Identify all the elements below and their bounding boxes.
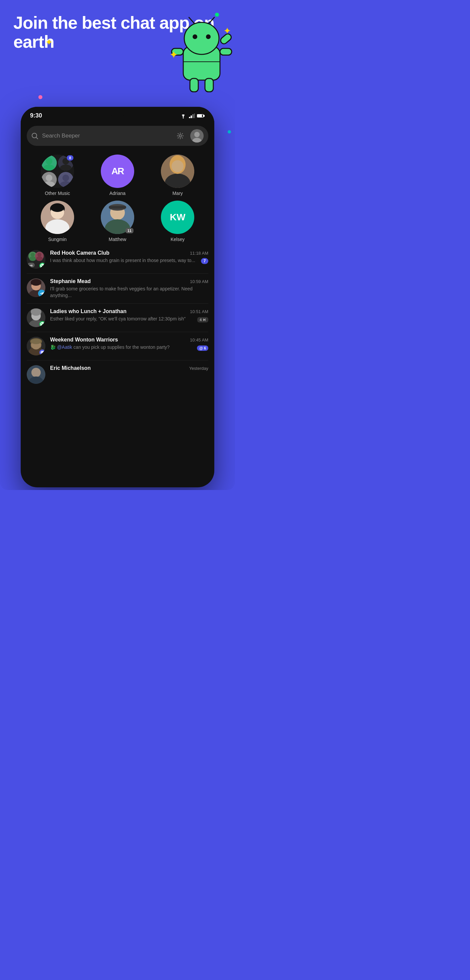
telegram-icon-stephanie [38, 290, 45, 297]
svg-rect-19 [204, 115, 205, 117]
wonton-preview: 🐉 @Aatik can you pick up supplies for th… [50, 344, 194, 351]
ladies-lunch-avatar [27, 309, 45, 327]
settings-icon[interactable] [174, 130, 186, 142]
stephanie-header: Stephanie Mead 10:59 AM [50, 278, 208, 285]
svg-rect-8 [190, 78, 198, 92]
chat-item-ladies-lunch[interactable]: Ladies who Lunch + Jonathan 10:51 AM Est… [27, 304, 208, 332]
svg-text:+8: +8 [29, 264, 33, 267]
eric-content: Eric Michaelson Yesterday [50, 365, 208, 372]
red-hook-content: Red Hook Camera Club 11:18 AM I was thin… [50, 250, 208, 264]
adriana-avatar: AR [101, 154, 134, 188]
svg-line-4 [189, 18, 194, 23]
svg-point-83 [31, 339, 41, 344]
svg-rect-14 [189, 117, 190, 118]
battery-icon [197, 113, 205, 118]
sungmin-avatar [41, 200, 74, 234]
story-row-2: Sungmin 11 Matthew [21, 199, 214, 245]
sungmin-label: Sungmin [48, 237, 67, 242]
svg-point-2 [193, 34, 197, 39]
story-row-1: 8 Other Music AR Adriana [21, 151, 214, 199]
svg-point-13 [183, 118, 184, 118]
svg-point-71 [31, 279, 41, 286]
camera-notch [112, 111, 124, 124]
ladies-lunch-preview: Esther liked your reply, "OK we'll cya t… [50, 316, 194, 323]
svg-point-24 [179, 135, 182, 137]
chat-item-red-hook[interactable]: +8 Red Hook Camera Club 11:18 AM I was t… [27, 245, 208, 274]
red-hook-time: 11:18 AM [190, 251, 208, 256]
svg-point-59 [31, 253, 35, 257]
story-item-sungmin[interactable]: Sungmin [37, 200, 77, 242]
user-avatar-small[interactable] [190, 129, 204, 143]
svg-text:✦: ✦ [223, 26, 231, 36]
story-item-matthew[interactable]: 11 Matthew [97, 200, 137, 242]
svg-rect-7 [220, 48, 232, 55]
stephanie-preview: I'll grab some groceries to make fresh v… [50, 286, 193, 298]
chat-item-stephanie[interactable]: Stephanie Mead 10:59 AM I'll grab some g… [27, 274, 208, 304]
sparkle-icon-2: ✦ [169, 48, 178, 61]
eric-name: Eric Michaelson [50, 365, 91, 371]
red-hook-badge: 7 [201, 258, 208, 264]
kelsey-label: Kelsey [170, 237, 185, 242]
wifi-icon [180, 113, 187, 118]
svg-rect-15 [191, 116, 192, 118]
stephanie-content: Stephanie Mead 10:59 AM I'll grab some g… [50, 278, 208, 299]
svg-line-23 [36, 137, 38, 139]
svg-point-38 [62, 175, 69, 181]
ladies-lunch-header: Ladies who Lunch + Jonathan 10:51 AM [50, 309, 208, 314]
dot-green-decoration [215, 13, 219, 17]
ladies-lunch-name: Ladies who Lunch + Jonathan [50, 309, 126, 314]
wonton-time: 10:45 AM [190, 337, 208, 342]
chat-item-eric[interactable]: Eric Michaelson Yesterday [27, 361, 208, 386]
sparkle-icon-1: ✦ [45, 37, 53, 48]
adriana-label: Adriana [110, 191, 126, 196]
wonton-content: Weekend Wonton Warriors 10:45 AM 🐉 @Aati… [50, 337, 208, 351]
svg-point-85 [31, 368, 41, 377]
story-item-kelsey[interactable]: KW Kelsey [158, 200, 198, 242]
svg-point-63 [36, 256, 43, 261]
status-icons [180, 113, 205, 118]
red-hook-header: Red Hook Camera Club 11:18 AM [50, 250, 208, 256]
search-icon [31, 132, 38, 139]
svg-point-44 [172, 160, 183, 172]
story-item-adriana[interactable]: AR Adriana [97, 154, 137, 196]
story-item-other-music[interactable]: 8 Other Music [37, 154, 77, 196]
kelsey-avatar: KW [161, 200, 194, 234]
stephanie-name: Stephanie Mead [50, 278, 91, 285]
matthew-badge: 11 [126, 228, 134, 233]
ladies-lunch-time: 10:51 AM [190, 309, 208, 314]
svg-point-62 [37, 253, 41, 257]
eric-header: Eric Michaelson Yesterday [50, 365, 208, 371]
chat-item-wonton[interactable]: Weekend Wonton Warriors 10:45 AM 🐉 @Aati… [27, 332, 208, 361]
svg-line-5 [209, 18, 214, 23]
wonton-badge: @ 6 [197, 345, 208, 351]
svg-point-60 [29, 256, 36, 261]
red-hook-preview: I was think about how much grain is pres… [50, 257, 198, 264]
search-bar[interactable]: Search Beeper [27, 126, 208, 146]
whatsapp-icon-red-hook [40, 263, 45, 269]
red-hook-avatar: +8 [27, 250, 45, 269]
signal-icon [189, 113, 195, 118]
svg-rect-16 [192, 114, 194, 118]
wonton-header: Weekend Wonton Warriors 10:45 AM [50, 337, 208, 343]
phone: 9:30 [21, 107, 214, 487]
stephanie-time: 10:59 AM [190, 279, 208, 284]
wonton-avatar [27, 337, 45, 355]
svg-rect-9 [205, 78, 213, 92]
svg-point-29 [46, 158, 53, 165]
stephanie-avatar [27, 278, 45, 297]
svg-rect-55 [109, 206, 126, 208]
whatsapp-icon-ladies [40, 321, 45, 327]
other-music-badge: 8 [67, 155, 73, 161]
ladies-lunch-badge: 4 [197, 317, 208, 323]
red-hook-name: Red Hook Camera Club [50, 250, 110, 256]
mary-label: Mary [172, 191, 183, 196]
eric-time: Yesterday [189, 366, 208, 371]
svg-point-50 [51, 204, 64, 212]
discord-icon-wonton [40, 350, 45, 355]
eric-avatar [27, 365, 45, 384]
mary-avatar [161, 154, 194, 188]
story-item-mary[interactable]: Mary [158, 154, 198, 196]
ladies-lunch-content: Ladies who Lunch + Jonathan 10:51 AM Est… [50, 309, 208, 323]
chat-list: +8 Red Hook Camera Club 11:18 AM I was t… [21, 245, 214, 386]
dot-pink-decoration [38, 95, 42, 99]
